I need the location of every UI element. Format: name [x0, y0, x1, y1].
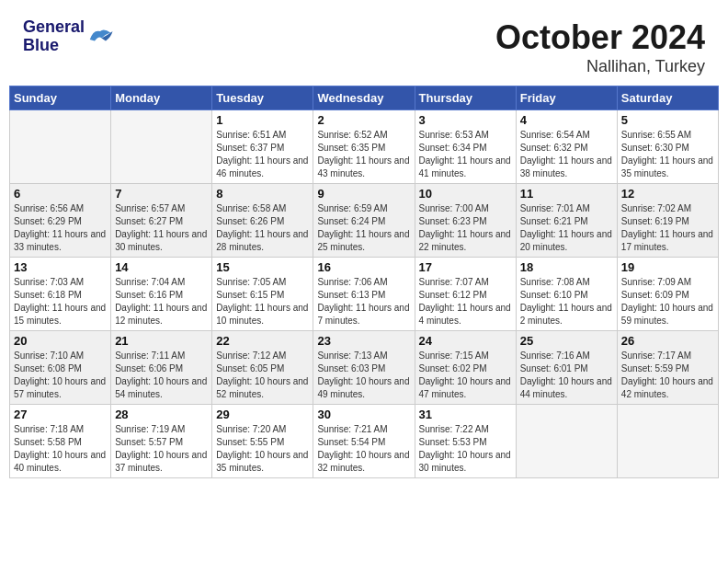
day-number: 24 — [419, 334, 512, 348]
day-header-wednesday: Wednesday — [313, 86, 415, 110]
day-info: Sunrise: 6:58 AM Sunset: 6:26 PM Dayligh… — [216, 202, 309, 254]
calendar-cell — [516, 405, 617, 478]
day-header-saturday: Saturday — [617, 86, 718, 110]
day-info: Sunrise: 7:01 AM Sunset: 6:21 PM Dayligh… — [520, 202, 613, 254]
day-number: 7 — [115, 187, 208, 201]
day-number: 27 — [14, 408, 107, 421]
day-number: 21 — [115, 334, 208, 348]
calendar-cell: 31Sunrise: 7:22 AM Sunset: 5:53 PM Dayli… — [415, 405, 516, 478]
day-number: 12 — [621, 187, 714, 201]
calendar-table: SundayMondayTuesdayWednesdayThursdayFrid… — [9, 86, 719, 478]
day-number: 31 — [419, 408, 512, 421]
day-info: Sunrise: 7:12 AM Sunset: 6:05 PM Dayligh… — [216, 350, 309, 401]
week-row-5: 27Sunrise: 7:18 AM Sunset: 5:58 PM Dayli… — [10, 405, 719, 478]
week-row-4: 20Sunrise: 7:10 AM Sunset: 6:08 PM Dayli… — [10, 331, 719, 405]
calendar-cell: 22Sunrise: 7:12 AM Sunset: 6:05 PM Dayli… — [212, 331, 313, 405]
calendar-cell — [10, 110, 111, 184]
day-info: Sunrise: 6:57 AM Sunset: 6:27 PM Dayligh… — [115, 202, 208, 254]
calendar-cell: 28Sunrise: 7:19 AM Sunset: 5:57 PM Dayli… — [111, 405, 212, 478]
calendar-cell: 24Sunrise: 7:15 AM Sunset: 6:02 PM Dayli… — [415, 331, 516, 405]
calendar-cell: 11Sunrise: 7:01 AM Sunset: 6:21 PM Dayli… — [516, 184, 617, 258]
calendar-cell: 29Sunrise: 7:20 AM Sunset: 5:55 PM Dayli… — [212, 405, 313, 478]
day-header-monday: Monday — [111, 86, 212, 110]
day-number: 10 — [419, 187, 512, 201]
calendar-cell: 6Sunrise: 6:56 AM Sunset: 6:29 PM Daylig… — [10, 184, 111, 258]
day-header-thursday: Thursday — [415, 86, 516, 110]
day-info: Sunrise: 6:53 AM Sunset: 6:34 PM Dayligh… — [419, 129, 512, 180]
day-number: 2 — [317, 113, 410, 127]
calendar-cell: 7Sunrise: 6:57 AM Sunset: 6:27 PM Daylig… — [111, 184, 212, 258]
week-row-2: 6Sunrise: 6:56 AM Sunset: 6:29 PM Daylig… — [10, 184, 719, 258]
day-number: 23 — [317, 334, 410, 348]
calendar-cell: 12Sunrise: 7:02 AM Sunset: 6:19 PM Dayli… — [617, 184, 718, 258]
title-block: October 2024 Nallihan, Turkey — [495, 18, 705, 76]
calendar-cell: 19Sunrise: 7:09 AM Sunset: 6:09 PM Dayli… — [617, 258, 718, 331]
page-header: General Blue October 2024 Nallihan, Turk… — [9, 9, 719, 81]
month-title: October 2024 — [495, 18, 705, 57]
calendar-cell: 27Sunrise: 7:18 AM Sunset: 5:58 PM Dayli… — [10, 405, 111, 478]
day-info: Sunrise: 7:10 AM Sunset: 6:08 PM Dayligh… — [14, 350, 107, 401]
calendar-cell: 21Sunrise: 7:11 AM Sunset: 6:06 PM Dayli… — [111, 331, 212, 405]
day-info: Sunrise: 6:55 AM Sunset: 6:30 PM Dayligh… — [621, 129, 714, 180]
day-number: 5 — [621, 113, 714, 127]
calendar-cell — [111, 110, 212, 184]
day-info: Sunrise: 7:20 AM Sunset: 5:55 PM Dayligh… — [216, 423, 309, 475]
logo-bird-icon — [86, 26, 114, 48]
day-info: Sunrise: 7:17 AM Sunset: 5:59 PM Dayligh… — [621, 350, 714, 401]
day-number: 15 — [216, 260, 309, 274]
calendar-cell: 14Sunrise: 7:04 AM Sunset: 6:16 PM Dayli… — [111, 258, 212, 331]
calendar-cell: 30Sunrise: 7:21 AM Sunset: 5:54 PM Dayli… — [313, 405, 415, 478]
calendar-cell: 3Sunrise: 6:53 AM Sunset: 6:34 PM Daylig… — [415, 110, 516, 184]
day-number: 13 — [14, 260, 107, 274]
calendar-cell: 16Sunrise: 7:06 AM Sunset: 6:13 PM Dayli… — [313, 258, 415, 331]
calendar-cell: 10Sunrise: 7:00 AM Sunset: 6:23 PM Dayli… — [415, 184, 516, 258]
calendar-cell: 17Sunrise: 7:07 AM Sunset: 6:12 PM Dayli… — [415, 258, 516, 331]
day-info: Sunrise: 6:56 AM Sunset: 6:29 PM Dayligh… — [14, 202, 107, 254]
calendar-cell: 20Sunrise: 7:10 AM Sunset: 6:08 PM Dayli… — [10, 331, 111, 405]
day-header-friday: Friday — [516, 86, 617, 110]
day-info: Sunrise: 7:21 AM Sunset: 5:54 PM Dayligh… — [317, 423, 410, 475]
week-row-1: 1Sunrise: 6:51 AM Sunset: 6:37 PM Daylig… — [10, 110, 719, 184]
day-info: Sunrise: 7:04 AM Sunset: 6:16 PM Dayligh… — [115, 276, 208, 327]
day-number: 16 — [317, 260, 410, 274]
day-info: Sunrise: 6:54 AM Sunset: 6:32 PM Dayligh… — [520, 129, 613, 180]
day-info: Sunrise: 7:13 AM Sunset: 6:03 PM Dayligh… — [317, 350, 410, 401]
day-info: Sunrise: 7:18 AM Sunset: 5:58 PM Dayligh… — [14, 423, 107, 475]
day-number: 30 — [317, 408, 410, 421]
day-number: 25 — [520, 334, 613, 348]
calendar-cell: 5Sunrise: 6:55 AM Sunset: 6:30 PM Daylig… — [617, 110, 718, 184]
logo: General Blue — [23, 18, 114, 55]
calendar-cell: 18Sunrise: 7:08 AM Sunset: 6:10 PM Dayli… — [516, 258, 617, 331]
day-number: 1 — [216, 113, 309, 127]
day-number: 18 — [520, 260, 613, 274]
day-info: Sunrise: 7:16 AM Sunset: 6:01 PM Dayligh… — [520, 350, 613, 401]
location-title: Nallihan, Turkey — [495, 57, 705, 76]
day-info: Sunrise: 6:52 AM Sunset: 6:35 PM Dayligh… — [317, 129, 410, 180]
calendar-cell: 8Sunrise: 6:58 AM Sunset: 6:26 PM Daylig… — [212, 184, 313, 258]
calendar-cell: 13Sunrise: 7:03 AM Sunset: 6:18 PM Dayli… — [10, 258, 111, 331]
day-info: Sunrise: 7:07 AM Sunset: 6:12 PM Dayligh… — [419, 276, 512, 327]
day-number: 28 — [115, 408, 208, 421]
calendar-cell: 25Sunrise: 7:16 AM Sunset: 6:01 PM Dayli… — [516, 331, 617, 405]
calendar-cell: 4Sunrise: 6:54 AM Sunset: 6:32 PM Daylig… — [516, 110, 617, 184]
day-info: Sunrise: 6:59 AM Sunset: 6:24 PM Dayligh… — [317, 202, 410, 254]
calendar-cell: 1Sunrise: 6:51 AM Sunset: 6:37 PM Daylig… — [212, 110, 313, 184]
day-info: Sunrise: 7:15 AM Sunset: 6:02 PM Dayligh… — [419, 350, 512, 401]
day-info: Sunrise: 7:03 AM Sunset: 6:18 PM Dayligh… — [14, 276, 107, 327]
day-info: Sunrise: 7:00 AM Sunset: 6:23 PM Dayligh… — [419, 202, 512, 254]
day-number: 20 — [14, 334, 107, 348]
day-number: 8 — [216, 187, 309, 201]
day-info: Sunrise: 7:02 AM Sunset: 6:19 PM Dayligh… — [621, 202, 714, 254]
day-number: 9 — [317, 187, 410, 201]
day-info: Sunrise: 7:09 AM Sunset: 6:09 PM Dayligh… — [621, 276, 714, 327]
day-info: Sunrise: 7:11 AM Sunset: 6:06 PM Dayligh… — [115, 350, 208, 401]
day-number: 11 — [520, 187, 613, 201]
day-info: Sunrise: 7:06 AM Sunset: 6:13 PM Dayligh… — [317, 276, 410, 327]
day-info: Sunrise: 6:51 AM Sunset: 6:37 PM Dayligh… — [216, 129, 309, 180]
calendar-cell: 15Sunrise: 7:05 AM Sunset: 6:15 PM Dayli… — [212, 258, 313, 331]
day-headers-row: SundayMondayTuesdayWednesdayThursdayFrid… — [10, 86, 719, 110]
calendar-cell: 23Sunrise: 7:13 AM Sunset: 6:03 PM Dayli… — [313, 331, 415, 405]
calendar-cell — [617, 405, 718, 478]
day-info: Sunrise: 7:05 AM Sunset: 6:15 PM Dayligh… — [216, 276, 309, 327]
day-info: Sunrise: 7:19 AM Sunset: 5:57 PM Dayligh… — [115, 423, 208, 475]
